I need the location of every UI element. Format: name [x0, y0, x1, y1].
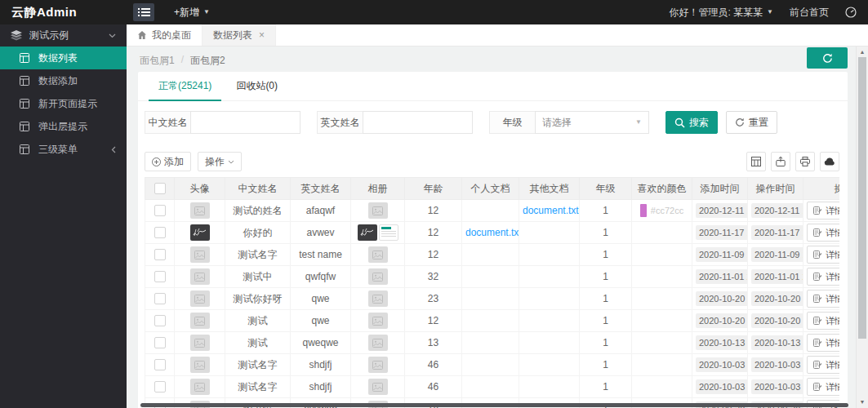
cell-color — [632, 376, 692, 398]
filter-icon — [751, 157, 761, 166]
cell-age: 32 — [405, 266, 462, 288]
cell-en-name: afaqwf — [291, 200, 351, 222]
detail-button[interactable]: 详情 — [807, 202, 839, 220]
file-link[interactable]: document.txt — [465, 227, 519, 238]
template-icon — [20, 76, 29, 86]
grade-label: 年级 — [489, 111, 536, 134]
export-button[interactable] — [771, 152, 790, 171]
detail-button[interactable]: 详情 — [807, 224, 839, 242]
close-tab-icon[interactable]: × — [259, 29, 265, 41]
signature-image[interactable] — [358, 224, 377, 241]
scroll-down-arrow-icon[interactable]: ▼ — [857, 398, 868, 406]
row-checkbox[interactable] — [154, 249, 166, 260]
detail-icon — [813, 361, 822, 369]
row-checkbox[interactable] — [154, 293, 166, 304]
vertical-scrollbar[interactable]: ▲ ▼ — [856, 47, 868, 408]
detail-button[interactable]: 详情 — [807, 246, 839, 264]
cloud-button[interactable] — [820, 152, 839, 171]
refresh-icon — [735, 118, 745, 127]
cell-en-name: qwe — [291, 288, 351, 310]
detail-button[interactable]: 详情 — [807, 378, 839, 396]
app-logo: 云静Admin — [0, 5, 127, 20]
frontend-home-link[interactable]: 前台首页 — [790, 6, 829, 20]
cn-name-input[interactable] — [190, 111, 300, 134]
cell-album — [351, 222, 405, 244]
cell-cn-name: 测试的姓名 — [225, 200, 291, 222]
cell-en-name: qweqwe — [291, 332, 351, 354]
open-tab[interactable]: 数据列表× — [203, 24, 276, 46]
image-placeholder — [368, 357, 388, 373]
cell-select — [145, 266, 175, 288]
cell-cn-name: 测试 — [225, 332, 291, 354]
row-checkbox[interactable] — [154, 227, 166, 238]
cell-cn-name: 测试名字 — [225, 376, 291, 398]
sidebar-item[interactable]: 弹出层提示 — [0, 115, 127, 138]
row-checkbox[interactable] — [154, 337, 166, 348]
template-icon — [20, 144, 29, 154]
image-placeholder — [368, 268, 388, 285]
row-checkbox[interactable] — [154, 359, 166, 370]
chevron-down-icon — [109, 33, 116, 38]
select-all-checkbox[interactable] — [154, 183, 166, 194]
row-checkbox[interactable] — [154, 381, 166, 392]
cell-select — [145, 222, 175, 244]
grade-select[interactable]: 请选择 ▼ — [535, 111, 649, 134]
status-tab[interactable]: 回收站(0) — [224, 72, 290, 100]
add-row-button[interactable]: 添加 — [145, 152, 191, 171]
detail-button[interactable]: 详情 — [807, 268, 839, 286]
user-dropdown[interactable]: 你好！管理员: 某某某▼ — [669, 6, 773, 20]
refresh-page-button[interactable] — [807, 47, 848, 69]
cell-added-time: 2020-10-20 13 — [692, 288, 748, 310]
horizontal-scrollbar[interactable] — [140, 403, 848, 407]
cell-select — [145, 200, 175, 222]
cell-album — [351, 200, 405, 222]
sidebar-item[interactable]: 数据列表 — [0, 47, 127, 69]
scroll-up-arrow-icon[interactable]: ▲ — [857, 48, 868, 56]
image-placeholder — [368, 290, 388, 307]
row-checkbox[interactable] — [154, 315, 166, 326]
cell-other-doc — [519, 332, 580, 354]
row-checkbox[interactable] — [154, 205, 166, 216]
column-header: 相册 — [351, 178, 405, 200]
status-tab[interactable]: 正常(25241) — [146, 72, 224, 100]
chevron-left-icon — [111, 146, 116, 153]
cell-other-doc — [519, 376, 580, 398]
detail-icon — [813, 251, 822, 259]
detail-button[interactable]: 详情 — [807, 290, 839, 308]
detail-button[interactable]: 详情 — [807, 334, 839, 352]
signature-image[interactable] — [190, 224, 210, 241]
filter-button[interactable] — [746, 152, 766, 171]
cell-other-doc — [519, 288, 580, 310]
sidebar-group-test-examples[interactable]: 测试示例 — [0, 24, 127, 47]
en-name-input[interactable] — [363, 111, 473, 134]
home-icon — [137, 30, 147, 40]
column-header: 中文姓名 — [225, 178, 291, 200]
breadcrumb-item[interactable]: 面包屑1 — [140, 54, 175, 68]
detail-button[interactable]: 详情 — [807, 356, 839, 374]
screenshot-image[interactable] — [379, 224, 398, 241]
sidebar-item[interactable]: 数据添加 — [0, 69, 127, 92]
search-button[interactable]: 搜索 — [665, 111, 718, 134]
sidebar-item[interactable]: 三级菜单 — [0, 138, 127, 161]
file-link[interactable]: document.txt — [523, 205, 579, 216]
sidebar-item[interactable]: 新开页面提示 — [0, 92, 127, 115]
scrollbar-thumb[interactable] — [858, 57, 866, 339]
table-row: 测试名字shdjfj4612020-10-03 082020-10-03 08详… — [145, 376, 840, 398]
print-button[interactable] — [795, 152, 815, 171]
batch-action-dropdown[interactable]: 操作 — [198, 152, 242, 171]
reset-button[interactable]: 重置 — [726, 111, 777, 134]
top-header: 云静Admin +新增▼ 你好！管理员: 某某某▼ 前台首页 — [0, 0, 868, 24]
row-checkbox[interactable] — [154, 271, 166, 282]
cell-select — [145, 288, 175, 310]
open-tab[interactable]: 我的桌面 — [127, 24, 203, 46]
cell-personal-doc — [462, 376, 519, 398]
cell-grade: 1 — [580, 288, 632, 310]
detail-button[interactable]: 详情 — [807, 312, 839, 330]
collapse-menu-button[interactable] — [133, 3, 154, 21]
theme-toggle-button[interactable] — [845, 7, 857, 18]
sidebar: 测试示例 数据列表数据添加新开页面提示弹出层提示三级菜单 — [0, 24, 127, 408]
cell-grade: 1 — [580, 266, 632, 288]
caret-down-icon: ▼ — [767, 9, 773, 16]
cell-other-doc — [519, 244, 580, 266]
add-new-dropdown[interactable]: +新增▼ — [174, 6, 210, 20]
